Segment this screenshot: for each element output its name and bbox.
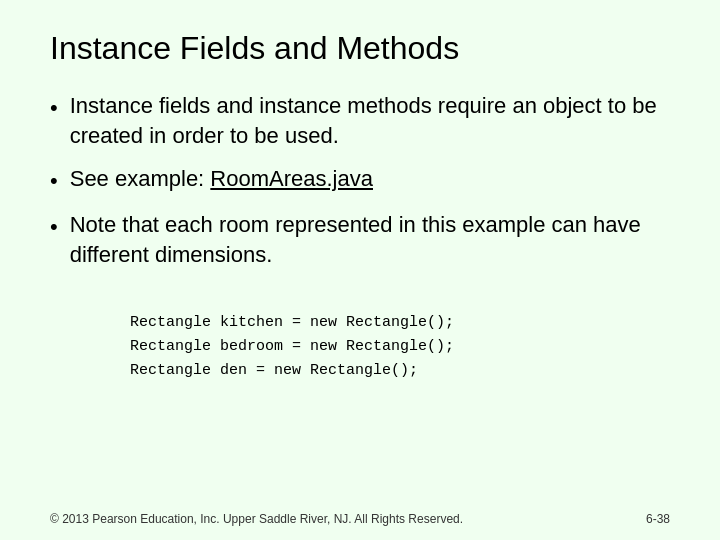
bullet-list: • Instance fields and instance methods r… bbox=[50, 91, 670, 283]
bullet-dot-2: • bbox=[50, 166, 58, 196]
room-areas-link[interactable]: RoomAreas.java bbox=[210, 166, 373, 191]
slide: Instance Fields and Methods • Instance f… bbox=[0, 0, 720, 540]
code-block: Rectangle kitchen = new Rectangle(); Rec… bbox=[130, 311, 670, 383]
footer-page: 6-38 bbox=[646, 512, 670, 526]
code-line-1: Rectangle kitchen = new Rectangle(); bbox=[130, 311, 670, 335]
bullet-text-2-prefix: See example: bbox=[70, 166, 211, 191]
bullet-dot-1: • bbox=[50, 93, 58, 123]
slide-title: Instance Fields and Methods bbox=[50, 30, 670, 67]
code-line-3: Rectangle den = new Rectangle(); bbox=[130, 359, 670, 383]
bullet-item-2: • See example: RoomAreas.java bbox=[50, 164, 670, 196]
bullet-dot-3: • bbox=[50, 212, 58, 242]
bullet-item-1: • Instance fields and instance methods r… bbox=[50, 91, 670, 150]
bullet-text-1: Instance fields and instance methods req… bbox=[70, 91, 670, 150]
bullet-item-3: • Note that each room represented in thi… bbox=[50, 210, 670, 269]
footer: © 2013 Pearson Education, Inc. Upper Sad… bbox=[50, 512, 670, 526]
footer-copyright: © 2013 Pearson Education, Inc. Upper Sad… bbox=[50, 512, 463, 526]
bullet-text-3: Note that each room represented in this … bbox=[70, 210, 670, 269]
bullet-text-2: See example: RoomAreas.java bbox=[70, 164, 670, 194]
code-line-2: Rectangle bedroom = new Rectangle(); bbox=[130, 335, 670, 359]
